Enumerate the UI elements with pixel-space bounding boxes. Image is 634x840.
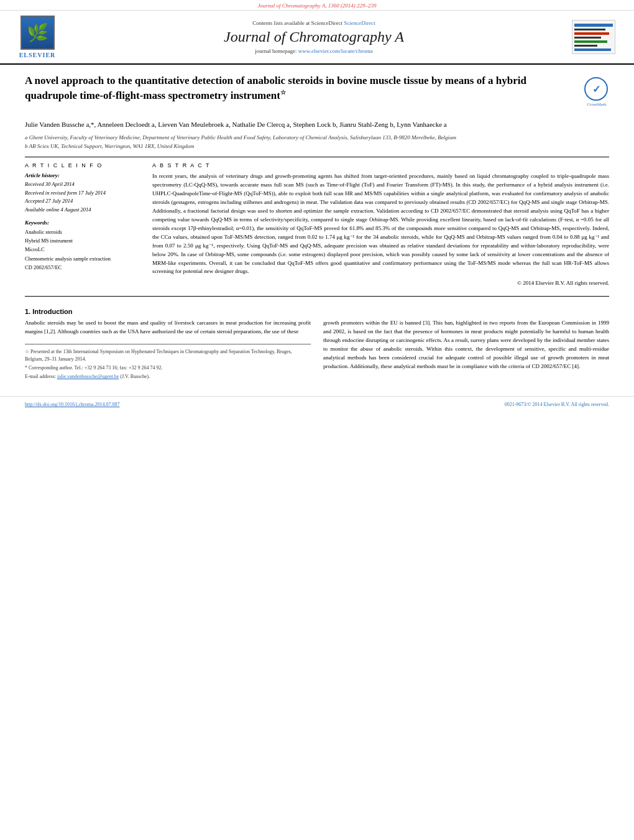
- introduction-section: 1. Introduction Anabolic steroids may be…: [25, 308, 609, 382]
- elsevier-text: ELSEVIER: [19, 52, 56, 58]
- science-direct-label: Contents lists available at ScienceDirec…: [62, 20, 566, 26]
- intro-right-text: growth promoters within the EU is banned…: [323, 319, 609, 371]
- divider-1: [25, 157, 609, 157]
- article-content: A novel approach to the quantitative det…: [0, 65, 634, 391]
- intro-body: Anabolic steroids may be used to boost t…: [25, 319, 609, 382]
- keyword-0: Anabolic steroids: [25, 228, 140, 236]
- journal-title-header: Journal of Chromatography A: [62, 29, 566, 45]
- available-online-date: Available online 4 August 2014: [25, 206, 140, 215]
- journal-logo-img: [572, 20, 615, 54]
- article-info-abstract: A R T I C L E I N F O Article history: R…: [25, 162, 609, 286]
- authors: Julie Vanden Bussche a,*, Anneleen Declo…: [25, 119, 609, 131]
- footnotes: ☆ Presented at the 13th International Sy…: [25, 344, 311, 381]
- journal-bar-text: Journal of Chromatography A, 1360 (2014)…: [257, 2, 376, 9]
- keyword-3: Chemometric analysis sample extraction: [25, 254, 140, 263]
- abstract-text: In recent years, the analysis of veterin…: [152, 172, 609, 276]
- homepage-link[interactable]: www.elsevier.com/locate/chroma: [298, 48, 373, 54]
- abstract-heading: A B S T R A C T: [152, 162, 609, 168]
- keywords-title: Keywords:: [25, 219, 140, 226]
- crossmark-circle: ✓: [584, 77, 608, 101]
- article-info-col: A R T I C L E I N F O Article history: R…: [25, 162, 140, 286]
- journal-homepage: journal homepage: www.elsevier.com/locat…: [62, 48, 566, 54]
- article-title-section: A novel approach to the quantitative det…: [25, 74, 609, 113]
- footer: http://dx.doi.org/10.1016/j.chroma.2014.…: [0, 396, 634, 412]
- keyword-2: MicroLC: [25, 245, 140, 254]
- footnote-2: E-mail address: julie.vandenbussche@ugen…: [25, 373, 311, 381]
- divider-2: [25, 296, 609, 297]
- abstract-col: A B S T R A C T In recent years, the ana…: [152, 162, 609, 286]
- keyword-4: CD 2002/657/EC: [25, 263, 140, 272]
- article-history-heading: Article history:: [25, 172, 140, 178]
- article-info-heading: A R T I C L E I N F O: [25, 162, 140, 168]
- journal-bar: Journal of Chromatography A, 1360 (2014)…: [0, 0, 634, 11]
- article-title: A novel approach to the quantitative det…: [25, 74, 575, 103]
- keywords-section: Keywords: Anabolic steroids Hybrid MS in…: [25, 219, 140, 272]
- top-header: 🌿 ELSEVIER Contents lists available at S…: [0, 11, 634, 65]
- email-link[interactable]: julie.vandenbussche@ugent.be: [57, 374, 119, 379]
- journal-logo-right: [566, 20, 615, 54]
- star-note: ☆: [280, 89, 286, 96]
- science-direct-link[interactable]: ScienceDirect: [344, 20, 375, 26]
- page: Journal of Chromatography A, 1360 (2014)…: [0, 0, 634, 840]
- received-date: Received 30 April 2014: [25, 180, 140, 189]
- copyright-line: © 2014 Elsevier B.V. All rights reserved…: [152, 280, 609, 286]
- crossmark-label: CrossMark: [584, 102, 609, 107]
- elsevier-icon: 🌿: [21, 16, 55, 50]
- received-revised-date: Received in revised form 17 July 2014: [25, 189, 140, 198]
- article-title-text: A novel approach to the quantitative det…: [25, 74, 575, 108]
- intro-right: growth promoters within the EU is banned…: [323, 319, 609, 382]
- accepted-date: Accepted 27 July 2014: [25, 197, 140, 206]
- crossmark-icon: ✓: [592, 83, 600, 95]
- tree-icon: 🌿: [27, 22, 48, 43]
- affiliation-b: b AB Sciex UK, Technical Support, Warrin…: [25, 142, 609, 151]
- issn-text: 0021-9673/© 2014 Elsevier B.V. All right…: [505, 402, 609, 407]
- intro-left: Anabolic steroids may be used to boost t…: [25, 319, 311, 382]
- keyword-1: Hybrid MS instrument: [25, 236, 140, 245]
- header-center: Contents lists available at ScienceDirec…: [62, 20, 566, 54]
- elsevier-logo: 🌿 ELSEVIER: [12, 16, 62, 58]
- intro-title: 1. Introduction: [25, 308, 609, 315]
- doi-link[interactable]: http://dx.doi.org/10.1016/j.chroma.2014.…: [25, 402, 120, 407]
- footnote-0: ☆ Presented at the 13th International Sy…: [25, 348, 311, 363]
- crossmark-logo: ✓ CrossMark: [584, 77, 609, 102]
- intro-left-text: Anabolic steroids may be used to boost t…: [25, 319, 311, 336]
- footnote-1: * Corresponding author. Tel.: +32 9 264 …: [25, 364, 311, 372]
- affiliations: a Ghent University, Faculty of Veterinar…: [25, 134, 609, 150]
- affiliation-a: a Ghent University, Faculty of Veterinar…: [25, 134, 609, 142]
